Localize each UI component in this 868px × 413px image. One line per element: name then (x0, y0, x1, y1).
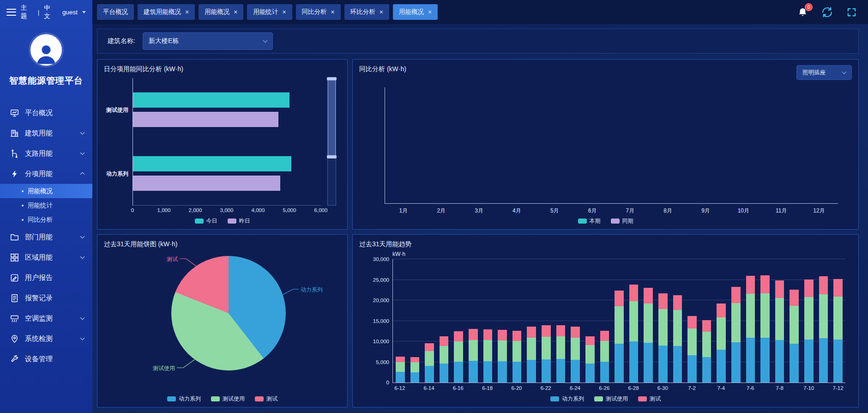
legend-swatch (228, 219, 236, 224)
user-caret-icon[interactable] (82, 11, 86, 13)
daily-yoy-chart: 测试使用动力系列 01,0002,0003,0004,0005,0006,000… (104, 78, 341, 226)
theme-switcher[interactable]: 主题 (21, 4, 33, 20)
tab-bar: 平台概况建筑用能概况×用能概况×用能统计×同比分析×环比分析×用能概况× (97, 4, 438, 20)
x-tick-label (787, 385, 802, 393)
sidebar-subitem-energy-overview[interactable]: 用能概况 (0, 184, 92, 198)
bar-segment-动力系列 (440, 364, 449, 383)
tab-0[interactable]: 平台概况 (97, 4, 134, 20)
tab-close-icon[interactable]: × (380, 9, 383, 15)
sidebar-item-department-energy[interactable]: 部门用能 (0, 227, 92, 247)
bar-segment-测试 (833, 279, 843, 297)
bar-segment-动力系列 (498, 361, 507, 383)
sidebar-item-hvac-monitor[interactable]: 空调监测 (0, 308, 92, 328)
tab-4[interactable]: 同比分析× (296, 4, 341, 20)
tab-5[interactable]: 环比分析× (344, 4, 389, 20)
y-tick-label: 5,000 (376, 359, 389, 365)
legend-item[interactable]: 昨日 (228, 217, 250, 225)
pie-label-2: 测试 (167, 255, 178, 263)
bar-segment-动力系列 (775, 340, 784, 383)
x-tick-label: 6-24 (568, 385, 583, 393)
bar-segment-动力系列 (804, 340, 814, 383)
tab-2[interactable]: 用能概况× (199, 4, 243, 20)
bar-segment-动力系列 (644, 343, 653, 383)
sidebar-subitem-yoy-analysis[interactable]: 同比分析 (0, 213, 92, 227)
y-tick-label: 25,000 (373, 277, 389, 283)
x-tick-label: 7-8 (772, 385, 787, 393)
hbar-xticks: 01,0002,0003,0004,0005,0006,000 (133, 206, 321, 215)
bar-slot (699, 259, 714, 383)
legend-label: 同期 (622, 217, 633, 225)
branch-icon (10, 149, 19, 158)
datazoom-handle-top[interactable] (327, 77, 337, 80)
x-tick-label: 10月 (724, 207, 762, 215)
notification-bell-button[interactable]: 0 (797, 7, 808, 18)
legend-label: 测试使用 (606, 395, 628, 403)
sidebar-item-alarm-records[interactable]: 报警记录 (0, 288, 92, 308)
tab-1[interactable]: 建筑用能概况× (138, 4, 195, 20)
bar-segment-动力系列 (396, 372, 405, 383)
legend-item[interactable]: 本期 (578, 217, 601, 225)
fullscreen-button[interactable] (846, 7, 857, 18)
bar-segment-测试使用 (775, 298, 784, 340)
category-select[interactable]: 照明插座 (796, 65, 852, 80)
sidebar-item-platform-overview[interactable]: 平台概况 (0, 103, 92, 123)
legend-item[interactable]: 动力系列 (550, 395, 584, 403)
x-tick-label: 6-14 (422, 385, 436, 393)
sidebar-item-user-report[interactable]: 用户报告 (0, 267, 92, 288)
x-tick-label: 3月 (460, 207, 498, 215)
datazoom-slider[interactable] (327, 78, 336, 206)
sidebar-item-region-energy[interactable]: 区域用能 (0, 247, 92, 267)
sidebar-subitem-energy-stats[interactable]: 用能统计 (0, 198, 92, 213)
building-select[interactable]: 新大楼E栋 (143, 32, 273, 50)
bolt-icon (10, 170, 19, 178)
topbar-icons: 0 (797, 7, 857, 18)
language-switcher[interactable]: 中文 (44, 4, 56, 20)
legend-item[interactable]: 今日 (195, 217, 217, 225)
legend-item[interactable]: 测试 (638, 395, 661, 403)
stacked-bar (760, 259, 770, 383)
datazoom-handle-bottom[interactable] (327, 155, 337, 158)
legend-item[interactable]: 测试 (255, 395, 277, 403)
trend-legend: 动力系列测试使用测试 (359, 393, 852, 404)
bar-segment-测试使用 (658, 309, 668, 346)
legend-label: 测试 (266, 395, 277, 403)
tab-6[interactable]: 用能概况× (393, 4, 438, 20)
x-tick-label (612, 385, 627, 393)
legend-item[interactable]: 同期 (611, 217, 633, 225)
sidebar-item-building-energy[interactable]: 建筑用能 (0, 123, 92, 143)
legend-item[interactable]: 动力系列 (167, 395, 201, 403)
bar-segment-测试 (600, 331, 609, 341)
x-tick-label: 7-4 (714, 385, 729, 393)
sidebar-item-system-check[interactable]: 系统检测 (0, 328, 92, 349)
legend-item[interactable]: 测试使用 (211, 395, 245, 403)
yoy-legend: 本期同期 (359, 215, 852, 226)
tab-close-icon[interactable]: × (282, 9, 286, 15)
tab-3[interactable]: 用能统计× (247, 4, 292, 20)
bar-segment-测试使用 (527, 338, 536, 360)
tab-close-icon[interactable]: × (428, 9, 432, 15)
bar-segment-测试使用 (833, 297, 843, 339)
legend-item[interactable]: 测试使用 (594, 395, 628, 403)
stacked-bar (571, 259, 580, 383)
sidebar-item-branch-energy[interactable]: 支路用能 (0, 143, 92, 164)
bar-segment-测试 (615, 291, 624, 306)
bar-segment-测试使用 (410, 362, 420, 372)
menu-toggle-icon[interactable] (6, 9, 16, 16)
x-tick-label: 6,000 (314, 207, 328, 213)
bar-segment-测试 (556, 325, 566, 337)
bar-segment-测试使用 (819, 294, 828, 338)
bar-segment-测试使用 (425, 351, 434, 366)
bar-segment-动力系列 (833, 340, 843, 383)
user-menu[interactable]: guest (62, 9, 78, 16)
tab-close-icon[interactable]: × (185, 9, 189, 15)
sidebar-item-device-management[interactable]: 设备管理 (0, 349, 92, 369)
datazoom-window[interactable] (328, 79, 336, 157)
tab-close-icon[interactable]: × (331, 9, 335, 15)
sidebar-item-category-energy[interactable]: 分项用能 (0, 164, 92, 184)
refresh-button[interactable] (821, 7, 833, 18)
x-tick-label: 6-20 (509, 385, 524, 393)
tab-close-icon[interactable]: × (234, 9, 237, 15)
chevron-down-icon (80, 130, 85, 135)
chevron-down-icon (80, 255, 85, 259)
legend-swatch (167, 396, 176, 401)
